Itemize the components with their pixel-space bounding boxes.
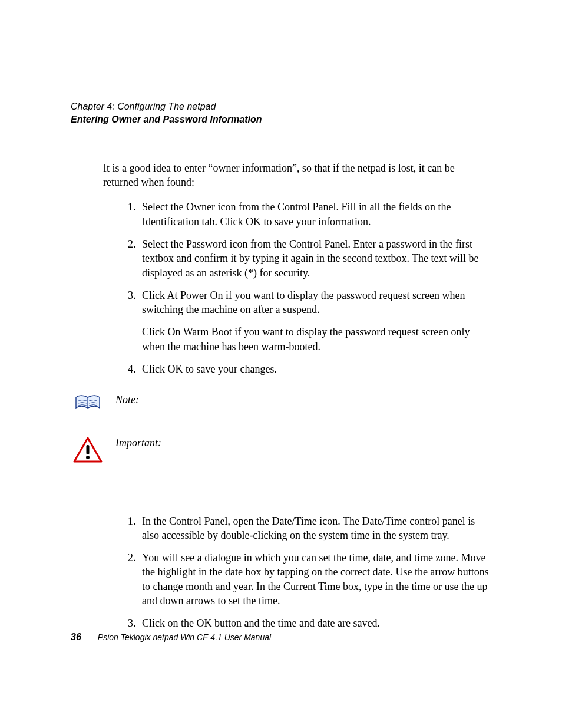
- settime-steps: In the Control Panel, open the Date/Time…: [115, 514, 491, 631]
- page-number: 36: [71, 632, 81, 643]
- owner-step-1: Select the Owner icon from the Control P…: [138, 200, 491, 229]
- svg-point-1: [86, 456, 90, 459]
- svg-rect-0: [87, 445, 90, 454]
- note-label: Note:: [115, 394, 139, 406]
- book-icon: [74, 394, 102, 411]
- settime-step-2: You will see a dialogue in which you can…: [138, 551, 491, 608]
- note-text: The system password does not protect fil…: [115, 394, 473, 420]
- page-header: Chapter 4: Configuring The netpad Enteri…: [71, 100, 491, 127]
- important-block: Important: Don’t forget your password! I…: [71, 436, 491, 465]
- owner-step-2: Select the Password icon from the Contro…: [138, 237, 491, 280]
- footer-title: Psion Teklogix netpad Win CE 4.1 User Ma…: [98, 633, 271, 642]
- important-text: Don’t forget your password! If you have …: [115, 437, 488, 463]
- important-label: Important:: [115, 437, 161, 449]
- page-footer: 36 Psion Teklogix netpad Win CE 4.1 User…: [71, 632, 271, 643]
- chapter-label: Chapter 4: Configuring The netpad: [71, 100, 491, 113]
- settime-step-1: In the Control Panel, open the Date/Time…: [138, 514, 491, 543]
- settime-step-3: Click on the OK button and the time and …: [138, 616, 491, 630]
- section-label: Entering Owner and Password Information: [71, 113, 491, 126]
- note-block: Note: The system password does not prote…: [71, 393, 491, 421]
- owner-intro: It is a good idea to enter “owner inform…: [103, 161, 491, 190]
- owner-steps: Select the Owner icon from the Control P…: [115, 200, 491, 376]
- owner-step-3: Click At Power On if you want to display…: [138, 288, 491, 354]
- warning-icon: [73, 437, 103, 463]
- owner-step-4: Click OK to save your changes.: [138, 362, 491, 376]
